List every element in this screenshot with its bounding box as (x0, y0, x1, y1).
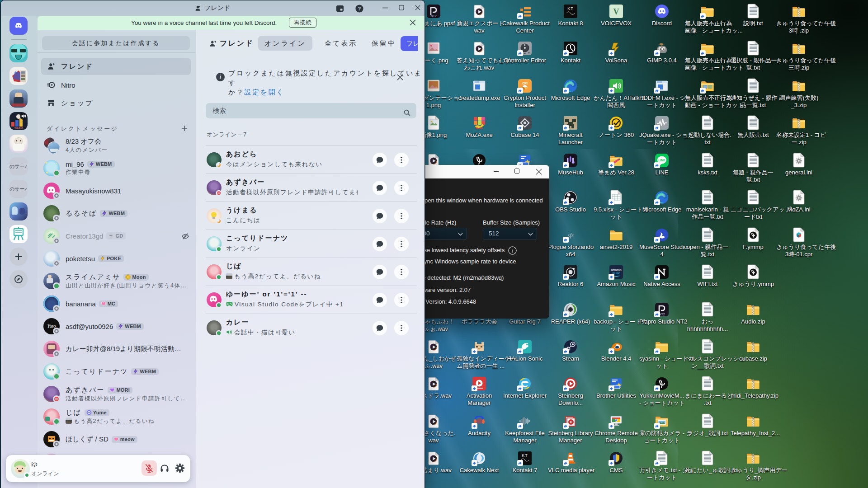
svg-text:?: ? (358, 6, 361, 11)
svg-text:i: i (512, 248, 513, 253)
svg-text:V: V (613, 7, 619, 16)
svg-text:KT: KT (522, 453, 528, 458)
svg-text:MoZA: MoZA (476, 127, 483, 130)
svg-text:LINE: LINE (659, 159, 665, 162)
svg-text:KT: KT (567, 6, 574, 11)
svg-text:NT2: NT2 (430, 14, 436, 18)
svg-text:WEBM: WEBM (14, 127, 23, 129)
svg-text:CPI: CPI (522, 82, 528, 85)
svg-text:amazon: amazon (611, 268, 622, 272)
